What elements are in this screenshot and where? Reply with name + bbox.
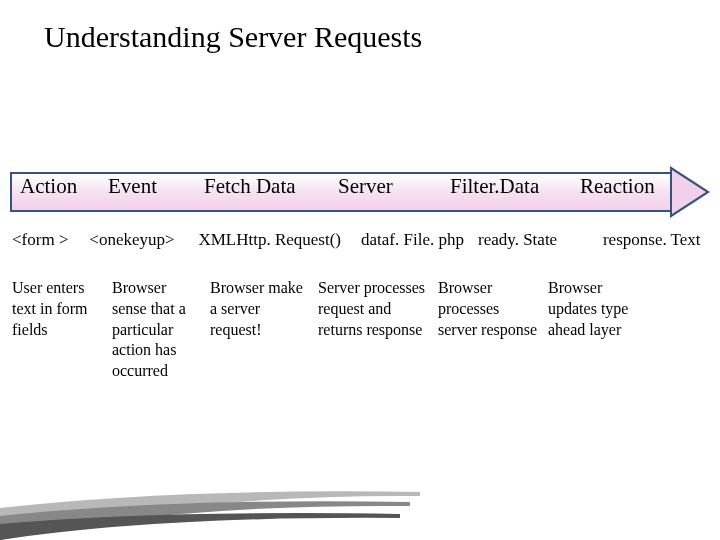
decorative-swoosh	[0, 480, 420, 540]
desc-server: Server processes request and returns res…	[318, 278, 438, 382]
desc-filterdata: Browser processes server response	[438, 278, 548, 382]
desc-action: User enters text in form fields	[12, 278, 112, 382]
code-row: <form > <onekeyup> XMLHttp. Request() da…	[12, 230, 712, 250]
desc-event: Browser sense that a particular action h…	[112, 278, 210, 382]
header-action: Action	[20, 174, 108, 199]
header-fetchdata: Fetch Data	[204, 174, 338, 199]
code-event: <onekeyup>	[89, 230, 198, 250]
desc-reaction: Browser updates type ahead layer	[548, 278, 648, 382]
description-row: User enters text in form fields Browser …	[12, 278, 712, 382]
header-event: Event	[108, 174, 204, 199]
header-server: Server	[338, 174, 450, 199]
code-fetchdata: XMLHttp. Request()	[198, 230, 361, 250]
code-filterdata: ready. State	[478, 230, 603, 250]
code-reaction: response. Text	[603, 230, 712, 250]
column-headers: Action Event Fetch Data Server Filter.Da…	[20, 174, 708, 199]
header-reaction: Reaction	[580, 174, 690, 199]
slide-title: Understanding Server Requests	[44, 20, 422, 54]
code-server: dataf. File. php	[361, 230, 478, 250]
desc-fetchdata: Browser make a server request!	[210, 278, 318, 382]
code-action: <form >	[12, 230, 89, 250]
header-filterdata: Filter.Data	[450, 174, 580, 199]
